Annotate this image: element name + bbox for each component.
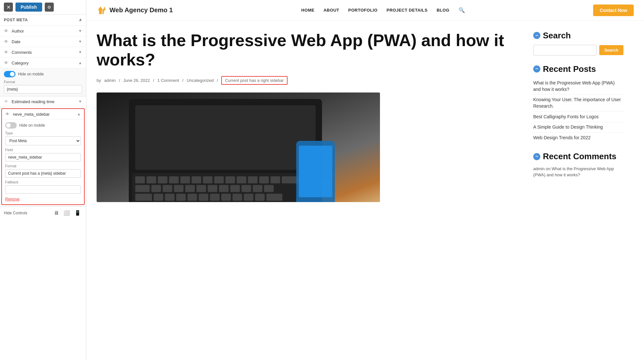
site-logo: Web Agency Demo 1 bbox=[97, 5, 173, 15]
svg-rect-35 bbox=[210, 194, 220, 201]
fallback-input[interactable] bbox=[5, 185, 81, 194]
list-item[interactable]: Web Design Trends for 2022 bbox=[533, 133, 623, 143]
nav-blog[interactable]: BLOG bbox=[437, 8, 450, 13]
meta-row-estimated-label: Estimated reading time bbox=[12, 99, 54, 104]
recent-posts-icon: ✏ bbox=[533, 65, 540, 73]
left-panel: ✕ Publish ⚙ POST META ∧ 👁 Author ▼ 👁 Dat… bbox=[0, 0, 86, 360]
nav-project-details[interactable]: PROJECT DETAILS bbox=[386, 8, 427, 13]
list-item[interactable]: Best Calligraphy Fonts for Logos bbox=[533, 112, 623, 122]
svg-rect-21 bbox=[185, 185, 195, 192]
meta-row-date-label: Date bbox=[12, 39, 20, 44]
collapse-icon[interactable]: ∧ bbox=[79, 18, 82, 22]
site-preview: Web Agency Demo 1 HOME ABOUT PORTOFOLIO … bbox=[86, 0, 644, 360]
svg-rect-18 bbox=[151, 185, 161, 192]
remove-link[interactable]: Remove bbox=[5, 197, 20, 201]
recent-posts-section: ✏ Recent Posts What is the Progressive W… bbox=[533, 64, 623, 143]
publish-button[interactable]: Publish bbox=[15, 3, 42, 12]
search-section-icon: ✏ bbox=[533, 32, 540, 39]
type-select[interactable]: Post Meta bbox=[5, 136, 81, 145]
svg-rect-14 bbox=[259, 176, 269, 183]
hide-controls-button[interactable]: Hide Controls bbox=[4, 211, 27, 215]
close-button[interactable]: ✕ bbox=[4, 3, 13, 12]
nav-portofolio[interactable]: PORTOFOLIO bbox=[348, 8, 378, 13]
svg-rect-17 bbox=[135, 185, 150, 192]
meta-row-author[interactable]: 👁 Author ▼ bbox=[0, 26, 86, 36]
view-icons: 🖥 ⬜ 📱 bbox=[52, 209, 82, 217]
field-input[interactable] bbox=[5, 153, 81, 161]
svg-rect-32 bbox=[176, 194, 186, 201]
chevron-icon-author: ▼ bbox=[78, 29, 82, 33]
meta-row-author-label: Author bbox=[12, 29, 24, 34]
chevron-icon-category: ▲ bbox=[78, 61, 82, 65]
meta-row-comments-label: Comments bbox=[12, 50, 32, 55]
meta-sep-1: / bbox=[119, 78, 120, 83]
post-meta-section-header: POST META ∧ bbox=[0, 15, 86, 26]
search-section-title: Search bbox=[543, 31, 571, 40]
hide-on-mobile-row-category: Hide on mobile bbox=[4, 71, 82, 77]
recent-posts-list: What is the Progressive Web App (PWA) an… bbox=[533, 78, 623, 143]
svg-rect-13 bbox=[248, 176, 258, 183]
eye-icon-comments: 👁 bbox=[4, 50, 8, 55]
hide-on-mobile-row-neve: Hide on mobile bbox=[5, 122, 81, 129]
svg-rect-31 bbox=[165, 194, 175, 201]
admin-comment: admin on What is the Progressive Web App… bbox=[533, 166, 623, 178]
svg-rect-3 bbox=[135, 176, 145, 183]
svg-rect-29 bbox=[135, 194, 152, 201]
post-category: Uncategorized bbox=[187, 78, 214, 83]
chevron-icon-date: ▼ bbox=[78, 39, 82, 44]
nav-home[interactable]: HOME bbox=[301, 8, 315, 13]
neve-section-body: Hide on mobile Type Post Meta Field Form… bbox=[2, 120, 84, 204]
svg-rect-33 bbox=[187, 194, 197, 201]
nav-search-icon[interactable]: 🔍 bbox=[459, 7, 465, 13]
svg-rect-6 bbox=[169, 176, 179, 183]
main-content: What is the Progressive Web App (PWA) an… bbox=[97, 31, 523, 202]
list-item[interactable]: Knowing Your User. The importance of Use… bbox=[533, 95, 623, 112]
hide-on-mobile-toggle-category[interactable] bbox=[4, 71, 15, 77]
panel-header: ✕ Publish ⚙ bbox=[0, 0, 86, 15]
meta-row-estimated-left: 👁 Estimated reading time bbox=[4, 99, 54, 104]
recent-posts-title: Recent Posts bbox=[543, 64, 596, 74]
neve-meta-sidebar-section: 👁 neve_meta_sidebar ▲ Hide on mobile Typ… bbox=[1, 108, 85, 205]
laptop-graphic bbox=[97, 92, 380, 202]
svg-rect-15 bbox=[270, 176, 280, 183]
search-button[interactable]: Search bbox=[599, 45, 623, 55]
hide-on-mobile-toggle-neve[interactable] bbox=[5, 122, 17, 129]
meta-row-category-label: Category bbox=[12, 61, 29, 65]
svg-rect-8 bbox=[192, 176, 201, 183]
format-input-neve[interactable] bbox=[5, 169, 81, 178]
format-input-category[interactable] bbox=[4, 85, 82, 93]
list-item[interactable]: What is the Progressive Web App (PWA) an… bbox=[533, 78, 623, 95]
recent-posts-header: ✏ Recent Posts bbox=[533, 64, 623, 74]
category-expanded-section: Hide on mobile Format bbox=[0, 68, 86, 96]
meta-row-comments[interactable]: 👁 Comments ▼ bbox=[0, 47, 86, 58]
chevron-icon-neve: ▲ bbox=[77, 112, 81, 116]
eye-icon-estimated: 👁 bbox=[4, 99, 8, 104]
content-wrapper: What is the Progressive Web App (PWA) an… bbox=[86, 21, 634, 212]
meta-row-comments-left: 👁 Comments bbox=[4, 50, 32, 55]
svg-rect-12 bbox=[237, 176, 246, 183]
neve-section-header[interactable]: 👁 neve_meta_sidebar ▲ bbox=[2, 109, 84, 120]
svg-rect-19 bbox=[163, 185, 172, 192]
site-name: Web Agency Demo 1 bbox=[109, 6, 173, 14]
right-sidebar: ✏ Search Search ✏ Recent Posts What is t… bbox=[533, 31, 623, 202]
svg-rect-37 bbox=[232, 194, 242, 201]
search-input[interactable] bbox=[533, 45, 597, 55]
meta-row-date[interactable]: 👁 Date ▼ bbox=[0, 36, 86, 47]
tablet-view-button[interactable]: ⬜ bbox=[62, 209, 71, 217]
keyboard-graphic bbox=[97, 92, 380, 202]
svg-rect-11 bbox=[225, 176, 235, 183]
svg-rect-5 bbox=[158, 176, 167, 183]
mobile-view-button[interactable]: 📱 bbox=[73, 209, 82, 217]
list-item[interactable]: A Simple Guide to Design Thinking bbox=[533, 122, 623, 133]
contact-now-button[interactable]: Contact Now bbox=[593, 5, 634, 16]
bottom-bar: Hide Controls 🖥 ⬜ 📱 bbox=[0, 206, 86, 219]
nav-about[interactable]: ABOUT bbox=[324, 8, 339, 13]
neve-section-label: neve_meta_sidebar bbox=[13, 112, 50, 117]
recent-comments-header: ✏ Recent Comments bbox=[533, 152, 623, 161]
format-label-neve: Format bbox=[5, 164, 81, 168]
settings-button[interactable]: ⚙ bbox=[45, 3, 54, 12]
meta-row-category[interactable]: 👁 Category ▲ bbox=[0, 58, 86, 68]
desktop-view-button[interactable]: 🖥 bbox=[52, 209, 60, 217]
post-by: by bbox=[97, 78, 101, 83]
meta-row-estimated-reading[interactable]: 👁 Estimated reading time ▼ bbox=[0, 96, 86, 107]
